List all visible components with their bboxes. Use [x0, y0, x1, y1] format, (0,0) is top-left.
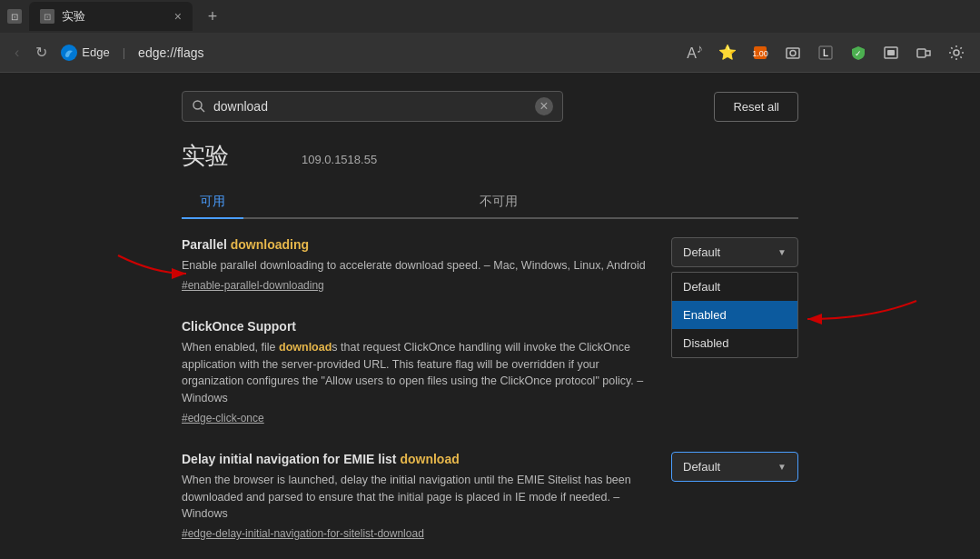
search-input[interactable] — [213, 99, 528, 114]
tab-close-button[interactable]: × — [174, 9, 182, 24]
dropdown-button-parallel[interactable]: Default ▼ — [671, 237, 798, 267]
search-bar-row: × Reset all — [182, 91, 798, 122]
active-tab[interactable]: ⊡ 实验 × — [29, 2, 193, 31]
read-aloud-icon[interactable]: A♪ — [682, 40, 708, 65]
search-clear-button[interactable]: × — [535, 97, 553, 115]
window-icon: ⊡ — [7, 9, 22, 24]
svg-point-6 — [790, 50, 796, 55]
chevron-down-icon-emie: ▼ — [777, 462, 787, 472]
tab-title: 实验 — [62, 8, 167, 25]
feature-desc-parallel: Enable parallel downloading to accelerat… — [182, 257, 653, 275]
feature-link-emie[interactable]: #edge-delay-initial-navigation-for-sitel… — [182, 527, 424, 540]
feature-desc-highlight-clickonce: download — [279, 341, 332, 354]
tab-unavailable[interactable]: 不可用 — [461, 186, 536, 217]
svg-line-15 — [201, 108, 204, 112]
version-number: 109.0.1518.55 — [302, 153, 377, 166]
feature-item-parallel-downloading: Parallel downloading Enable parallel dow… — [182, 237, 798, 292]
shield-icon[interactable]: ✓ — [846, 40, 871, 65]
edge-logo: Edge — [60, 44, 109, 62]
arrow-2 — [798, 292, 926, 337]
feature-desc-emie: When the browser is launched, delay the … — [182, 472, 653, 523]
dropdown-option-disabled-parallel[interactable]: Disabled — [672, 329, 797, 357]
svg-point-14 — [193, 101, 202, 109]
extensions-icon[interactable] — [911, 40, 936, 65]
back-button[interactable]: ‹ — [11, 41, 23, 65]
dropdown-option-enabled-parallel[interactable]: Enabled — [672, 301, 797, 329]
page-header: 实验 109.0.1518.55 — [182, 140, 798, 172]
feature-info-clickonce: ClickOnce Support When enabled, file dow… — [182, 319, 653, 424]
feature-link-parallel[interactable]: #enable-parallel-downloading — [182, 279, 324, 292]
collections-icon[interactable]: 1.00 — [747, 40, 773, 65]
svg-text:L: L — [823, 48, 828, 58]
feature-title-highlight-emie: download — [400, 452, 459, 466]
feature-title-parallel: Parallel downloading — [182, 237, 653, 252]
dropdown-button-emie[interactable]: Default ▼ — [671, 452, 798, 482]
screenshot-icon[interactable] — [780, 40, 806, 65]
feature-section: Parallel downloading Enable parallel dow… — [182, 219, 798, 540]
dropdown-selected-emie: Default — [683, 460, 720, 474]
favorites-icon[interactable]: ⭐ — [715, 40, 740, 65]
adblock-icon[interactable]: L — [813, 40, 838, 65]
svg-rect-12 — [917, 49, 926, 57]
svg-rect-5 — [787, 48, 799, 58]
tab-favicon: ⊡ — [40, 9, 54, 24]
url-separator: | — [123, 45, 125, 59]
title-bar: ⊡ ⊡ 实验 × + — [0, 0, 980, 33]
search-box[interactable]: × — [182, 91, 563, 122]
media-icon[interactable] — [878, 40, 904, 65]
feature-item-emie: Delay initial navigation for EMIE list d… — [182, 452, 798, 540]
toolbar-icons: A♪ ⭐ 1.00 L ✓ — [682, 40, 969, 65]
feature-control-emie: Default ▼ — [671, 452, 798, 482]
svg-text:⊡: ⊡ — [44, 12, 51, 22]
svg-point-13 — [954, 50, 959, 55]
feature-desc-clickonce: When enabled, file downloads that reques… — [182, 339, 653, 407]
svg-text:1.00: 1.00 — [752, 49, 768, 58]
feature-info-parallel: Parallel downloading Enable parallel dow… — [182, 237, 653, 292]
settings-icon[interactable] — [944, 40, 969, 65]
feature-title-clickonce: ClickOnce Support — [182, 319, 653, 334]
chevron-down-icon-parallel: ▼ — [777, 247, 787, 257]
address-bar: ‹ ↻ Edge | A♪ ⭐ 1.00 L ✓ — [0, 33, 980, 73]
new-tab-button[interactable]: + — [200, 4, 225, 29]
refresh-button[interactable]: ↻ — [32, 40, 51, 65]
feature-link-clickonce[interactable]: #edge-click-once — [182, 412, 264, 424]
feature-control-parallel: Default ▼ Default Enabled Disabled — [671, 237, 798, 267]
reset-all-button[interactable]: Reset all — [714, 92, 798, 122]
search-icon — [192, 99, 206, 114]
feature-title-emie: Delay initial navigation for EMIE list d… — [182, 452, 653, 466]
feature-title-highlight-parallel: downloading — [231, 237, 309, 252]
tabs-row: 可用 不可用 — [182, 186, 798, 219]
main-content: × Reset all 实验 109.0.1518.55 可用 不可用 Para… — [0, 73, 980, 559]
tab-available[interactable]: 可用 — [182, 186, 243, 217]
dropdown-menu-parallel: Default Enabled Disabled — [671, 272, 798, 358]
feature-info-emie: Delay initial navigation for EMIE list d… — [182, 452, 653, 540]
dropdown-option-default-parallel[interactable]: Default — [672, 273, 797, 301]
dropdown-selected-parallel: Default — [683, 245, 720, 259]
page-title: 实验 — [182, 140, 229, 172]
svg-text:✓: ✓ — [855, 49, 862, 58]
url-input[interactable] — [138, 45, 673, 60]
edge-label: Edge — [82, 45, 109, 59]
svg-rect-11 — [887, 50, 895, 55]
